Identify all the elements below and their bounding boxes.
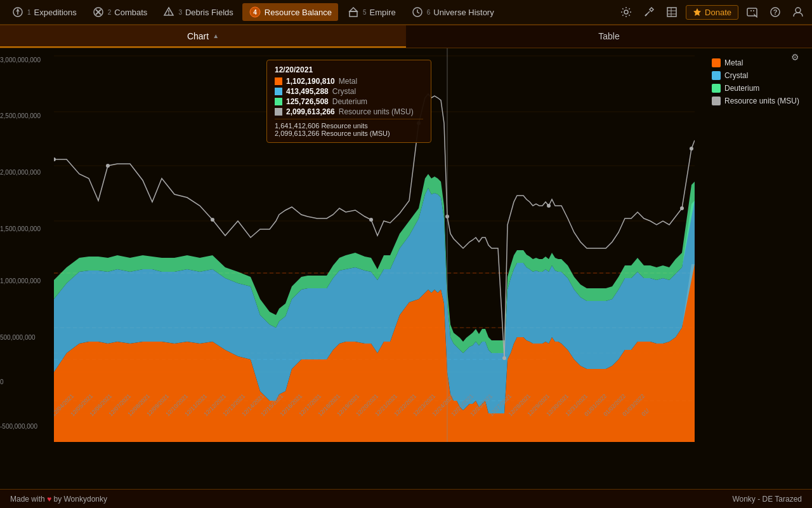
y-label-2b: 2,000,000,000 — [0, 169, 3, 176]
nav-item-resource-balance[interactable]: 4 Resource Balance — [242, 3, 338, 21]
nav-item-expeditions[interactable]: 1 Expeditions — [5, 3, 83, 21]
legend-metal-label: Metal — [724, 58, 743, 67]
svg-point-43 — [211, 218, 214, 222]
donate-label: Donate — [705, 8, 731, 17]
nav-label-combats: Combats — [114, 8, 147, 17]
svg-text:?: ? — [773, 8, 778, 16]
spreadsheet-icon[interactable] — [663, 3, 681, 21]
nav-item-debris-fields[interactable]: 3 Debris Fields — [156, 3, 239, 21]
svg-point-45 — [417, 121, 421, 125]
y-label-0: 0 — [0, 378, 3, 385]
chart-svg: 12/04/2021 12/05/2021 12/06/2021 12/07/2… — [54, 48, 695, 442]
donate-button[interactable]: Donate — [686, 5, 738, 20]
nav-item-universe-history[interactable]: 6 Universe History — [405, 3, 501, 21]
heart-icon: ♥ — [47, 495, 51, 504]
y-label-neg500m: -500,000,000 — [0, 423, 3, 430]
navbar: 1 Expeditions 2 Combats 3 Debris Fields … — [0, 0, 812, 25]
legend-deuterium: Deuterium — [712, 84, 799, 93]
debris-icon — [162, 6, 175, 18]
svg-line-15 — [645, 14, 647, 16]
metal-swatch — [712, 58, 721, 67]
legend: ⚙ Metal Crystal Deuterium Resource units… — [712, 55, 799, 105]
y-label-25b: 2,500,000,000 — [0, 112, 3, 119]
nav-item-combats[interactable]: 2 Combats — [86, 3, 154, 21]
nav-label-empire: Empire — [370, 8, 396, 17]
nav-item-empire[interactable]: 5 Empire — [341, 3, 402, 21]
tab-chart[interactable]: Chart ▲ — [0, 25, 406, 48]
svg-marker-12 — [350, 8, 357, 11]
svg-point-47 — [502, 356, 506, 360]
nav-num-empire: 5 — [363, 9, 367, 16]
svg-rect-11 — [350, 11, 357, 17]
svg-point-48 — [547, 204, 551, 208]
svg-point-50 — [690, 147, 693, 150]
chart-area: 3,000,000,000 2,500,000,000 2,000,000,00… — [0, 48, 812, 489]
history-icon — [411, 6, 424, 18]
y-label-3b: 3,000,000,000 — [0, 57, 3, 64]
nav-label-expeditions: Expeditions — [34, 8, 77, 17]
tools-icon[interactable] — [640, 3, 658, 21]
profile-icon[interactable] — [789, 3, 807, 21]
y-label-15b: 1,500,000,000 — [0, 225, 3, 232]
svg-point-44 — [369, 218, 373, 222]
help-icon[interactable]: ? — [766, 3, 784, 21]
footer-right: Wonky - DE Tarazed — [732, 495, 802, 504]
footer-left: Made with ♥ by Wonkydonky — [10, 495, 107, 504]
deuterium-swatch — [712, 84, 721, 93]
svg-rect-16 — [667, 8, 676, 17]
chart-tab-indicator: ▲ — [213, 32, 219, 39]
footer: Made with ♥ by Wonkydonky Wonky - DE Tar… — [0, 489, 812, 508]
crystal-swatch — [712, 71, 721, 80]
tab-bar: Chart ▲ Table — [0, 25, 812, 48]
combats-icon — [92, 6, 105, 18]
legend-crystal: Crystal — [712, 71, 799, 80]
svg-point-23 — [796, 8, 801, 13]
nav-label-resource-balance: Resource Balance — [265, 8, 332, 17]
nav-num-expeditions: 1 — [27, 9, 31, 16]
svg-point-49 — [680, 206, 684, 210]
msu-swatch — [712, 97, 721, 105]
expeditions-icon — [11, 6, 24, 18]
nav-num-history: 6 — [427, 9, 431, 16]
nav-num-combats: 2 — [108, 9, 112, 16]
settings-icon[interactable] — [617, 3, 635, 21]
nav-label-history: Universe History — [433, 8, 494, 17]
svg-point-14 — [624, 10, 628, 14]
empire-icon — [347, 6, 360, 18]
legend-settings-icon[interactable]: ⚙ — [791, 52, 799, 62]
nav-right: Donate ? — [617, 3, 807, 21]
legend-msu: Resource units (MSU) — [712, 97, 799, 105]
legend-metal: Metal — [712, 58, 799, 67]
svg-marker-20 — [693, 8, 701, 16]
svg-point-42 — [106, 164, 110, 168]
legend-msu-label: Resource units (MSU) — [724, 97, 799, 105]
nav-items: 1 Expeditions 2 Combats 3 Debris Fields … — [5, 3, 617, 21]
svg-text:4: 4 — [253, 9, 257, 16]
tab-table[interactable]: Table — [406, 25, 812, 48]
svg-point-8 — [168, 13, 169, 15]
y-label-1b: 1,000,000,000 — [0, 277, 3, 284]
svg-point-41 — [54, 157, 56, 161]
y-label-500m: 500,000,000 — [0, 334, 3, 341]
y-axis: 3,000,000,000 2,500,000,000 2,000,000,00… — [0, 48, 54, 451]
discord-icon[interactable] — [743, 3, 761, 21]
legend-deuterium-label: Deuterium — [724, 84, 759, 93]
nav-label-debris: Debris Fields — [185, 8, 233, 17]
nav-num-debris: 3 — [178, 9, 182, 16]
balance-icon: 4 — [249, 6, 261, 18]
legend-crystal-label: Crystal — [724, 71, 748, 80]
